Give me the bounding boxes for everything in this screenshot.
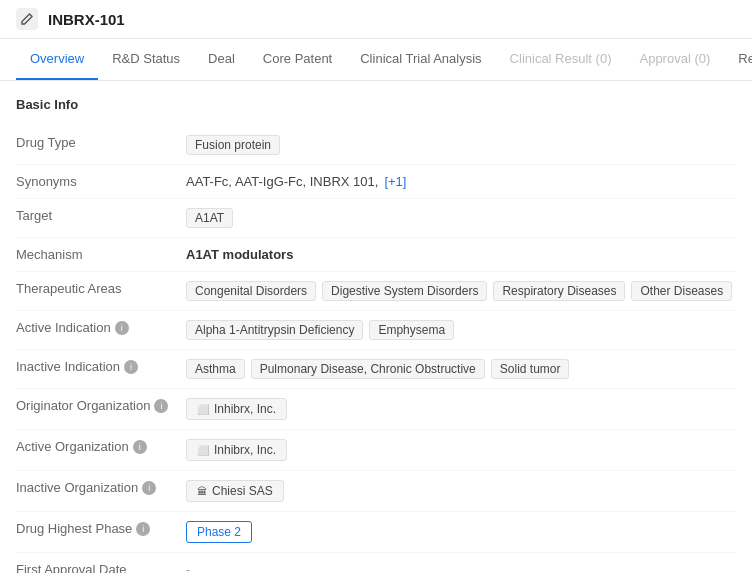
tag-digestive: Digestive System Disorders <box>322 281 487 301</box>
org-icon-chiesi: 🏛 <box>197 486 207 497</box>
synonyms-more[interactable]: [+1] <box>384 174 406 189</box>
page-title: INBRX-101 <box>48 11 125 28</box>
dash-first-approval: - <box>186 562 190 573</box>
tag-solid-tumor: Solid tumor <box>491 359 570 379</box>
row-inactive-indication: Inactive Indication i Asthma Pulmonary D… <box>16 350 736 389</box>
tag-congenital: Congenital Disorders <box>186 281 316 301</box>
label-mechanism: Mechanism <box>16 247 186 262</box>
value-inactive-org: 🏛 Chiesi SAS <box>186 480 736 502</box>
label-drug-type: Drug Type <box>16 135 186 150</box>
info-icon-originator[interactable]: i <box>154 399 168 413</box>
value-originator-org: ⬜ Inhibrx, Inc. <box>186 398 736 420</box>
header-icon <box>16 8 38 30</box>
header: INBRX-101 <box>0 0 752 39</box>
info-icon-inactive-indication[interactable]: i <box>124 360 138 374</box>
org-tag-chiesi: 🏛 Chiesi SAS <box>186 480 284 502</box>
label-active-indication: Active Indication i <box>16 320 186 335</box>
tag-other: Other Diseases <box>631 281 732 301</box>
tab-core-patent[interactable]: Core Patent <box>249 39 346 80</box>
label-originator-org: Originator Organization i <box>16 398 186 413</box>
value-drug-type: Fusion protein <box>186 135 736 155</box>
tab-rd-status[interactable]: R&D Status <box>98 39 194 80</box>
org-tag-inhibrx-active: ⬜ Inhibrx, Inc. <box>186 439 287 461</box>
tab-clinical-result: Clinical Result (0) <box>496 39 626 80</box>
tab-regulation[interactable]: Regulation <box>724 39 752 80</box>
label-inactive-org: Inactive Organization i <box>16 480 186 495</box>
mechanism-text: A1AT modulators <box>186 247 293 262</box>
value-synonyms: AAT-Fc, AAT-IgG-Fc, INBRX 101, [+1] <box>186 174 736 189</box>
value-active-org: ⬜ Inhibrx, Inc. <box>186 439 736 461</box>
tag-respiratory: Respiratory Diseases <box>493 281 625 301</box>
row-first-approval-date: First Approval Date - <box>16 553 736 573</box>
label-first-approval-date: First Approval Date <box>16 562 186 573</box>
info-icon-inactive-org[interactable]: i <box>142 481 156 495</box>
row-target: Target A1AT <box>16 199 736 238</box>
label-drug-highest-phase: Drug Highest Phase i <box>16 521 186 536</box>
row-drug-type: Drug Type Fusion protein <box>16 126 736 165</box>
tag-emphysema: Emphysema <box>369 320 454 340</box>
tab-deal[interactable]: Deal <box>194 39 249 80</box>
row-drug-highest-phase: Drug Highest Phase i Phase 2 <box>16 512 736 553</box>
navigation: Overview R&D Status Deal Core Patent Cli… <box>0 39 752 81</box>
value-mechanism: A1AT modulators <box>186 247 736 262</box>
phase-tag-phase2: Phase 2 <box>186 521 252 543</box>
value-active-indication: Alpha 1-Antitrypsin Deficiency Emphysema <box>186 320 736 340</box>
tag-fusion-protein: Fusion protein <box>186 135 280 155</box>
label-synonyms: Synonyms <box>16 174 186 189</box>
value-drug-highest-phase: Phase 2 <box>186 521 736 543</box>
value-therapeutic-areas: Congenital Disorders Digestive System Di… <box>186 281 736 301</box>
synonyms-text: AAT-Fc, AAT-IgG-Fc, INBRX 101, <box>186 174 378 189</box>
tag-asthma: Asthma <box>186 359 245 379</box>
info-icon-active-org[interactable]: i <box>133 440 147 454</box>
label-active-org: Active Organization i <box>16 439 186 454</box>
tag-pulmonary: Pulmonary Disease, Chronic Obstructive <box>251 359 485 379</box>
label-target: Target <box>16 208 186 223</box>
org-tag-inhibrx-originator: ⬜ Inhibrx, Inc. <box>186 398 287 420</box>
row-active-org: Active Organization i ⬜ Inhibrx, Inc. <box>16 430 736 471</box>
value-inactive-indication: Asthma Pulmonary Disease, Chronic Obstru… <box>186 359 736 379</box>
org-icon: ⬜ <box>197 404 209 415</box>
tag-target: A1AT <box>186 208 233 228</box>
info-icon-active-indication[interactable]: i <box>115 321 129 335</box>
info-icon-phase[interactable]: i <box>136 522 150 536</box>
tab-clinical-trial-analysis[interactable]: Clinical Trial Analysis <box>346 39 495 80</box>
tab-approval: Approval (0) <box>625 39 724 80</box>
tag-alpha1: Alpha 1-Antitrypsin Deficiency <box>186 320 363 340</box>
content: Basic Info Drug Type Fusion protein Syno… <box>0 81 752 573</box>
value-first-approval-date: - <box>186 562 736 573</box>
tab-overview[interactable]: Overview <box>16 39 98 80</box>
section-title-basic-info: Basic Info <box>16 97 736 112</box>
org-icon-active: ⬜ <box>197 445 209 456</box>
row-originator-org: Originator Organization i ⬜ Inhibrx, Inc… <box>16 389 736 430</box>
row-active-indication: Active Indication i Alpha 1-Antitrypsin … <box>16 311 736 350</box>
label-inactive-indication: Inactive Indication i <box>16 359 186 374</box>
row-synonyms: Synonyms AAT-Fc, AAT-IgG-Fc, INBRX 101, … <box>16 165 736 199</box>
row-mechanism: Mechanism A1AT modulators <box>16 238 736 272</box>
label-therapeutic-areas: Therapeutic Areas <box>16 281 186 296</box>
row-therapeutic-areas: Therapeutic Areas Congenital Disorders D… <box>16 272 736 311</box>
value-target: A1AT <box>186 208 736 228</box>
row-inactive-org: Inactive Organization i 🏛 Chiesi SAS <box>16 471 736 512</box>
